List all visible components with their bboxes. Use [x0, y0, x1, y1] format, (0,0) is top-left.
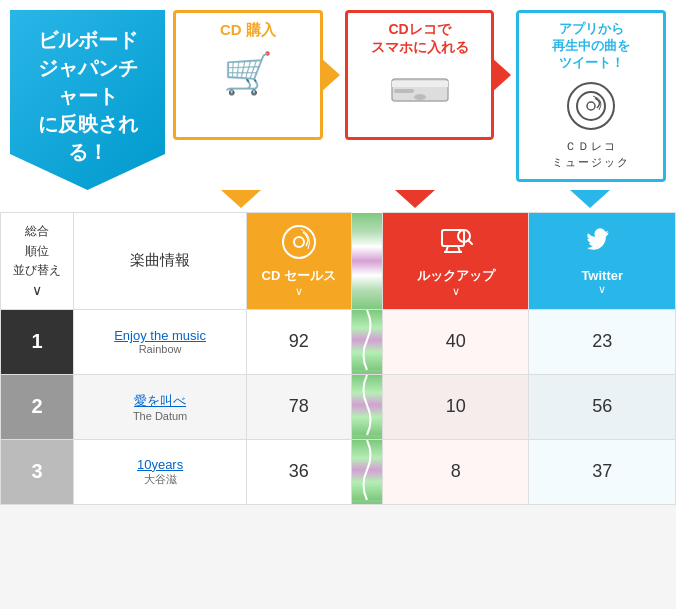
wavy-sep-1 — [352, 310, 382, 370]
lookup-1: 40 — [382, 309, 529, 374]
lookup-3: 8 — [382, 439, 529, 504]
arrow-down-2 — [395, 190, 435, 208]
song-artist-1: Rainbow — [82, 343, 238, 355]
sep-3 — [351, 439, 382, 504]
svg-point-5 — [587, 102, 595, 110]
th-song-label: 楽曲情報 — [130, 251, 190, 268]
step-1-box: CD 購入 🛒 — [173, 10, 323, 140]
table-body: 1 Enjoy the music Rainbow 92 — [1, 309, 676, 504]
svg-rect-3 — [394, 89, 414, 93]
th-lookup-chevron: ∨ — [387, 285, 525, 298]
lookup-2: 10 — [382, 374, 529, 439]
rank-1: 1 — [1, 309, 74, 374]
th-lookup-label: ルックアップ — [387, 267, 525, 285]
lookup-icon — [387, 224, 525, 267]
wavy-sep-3 — [352, 440, 382, 500]
cdplayer-icon — [390, 69, 450, 109]
cd-sales-2: 78 — [246, 374, 351, 439]
song-title-1[interactable]: Enjoy the music — [82, 328, 238, 343]
step-3-box: アプリから再生中の曲をツイート！ ＣＤレコミュージック — [516, 10, 666, 182]
song-info-1: Enjoy the music Rainbow — [74, 309, 247, 374]
arrow-3 — [514, 190, 666, 208]
table-row: 3 10years 大谷滋 36 8 37 — [1, 439, 676, 504]
arrow-1 — [165, 190, 317, 208]
arrows-row — [0, 190, 676, 212]
th-cd-sales-chevron: ∨ — [251, 285, 347, 298]
twitter-1: 23 — [529, 309, 676, 374]
svg-point-6 — [283, 226, 315, 258]
top-banner: ビルボードジャパンチャートに反映される！ CD 購入 🛒 CDレコでスマホに入れ… — [0, 0, 676, 190]
step-2-title: CDレコでスマホに入れる — [371, 21, 469, 57]
song-info-3: 10years 大谷滋 — [74, 439, 247, 504]
step-2-arrow — [491, 57, 511, 93]
svg-point-2 — [414, 94, 426, 100]
song-info-2: 愛を叫べ The Datum — [74, 374, 247, 439]
rankings-table-wrapper: 総合順位並び替え ∨ 楽曲情報 — [0, 212, 676, 505]
arrow-2 — [339, 190, 491, 208]
step-2-box: CDレコでスマホに入れる — [345, 10, 495, 140]
rank-2: 2 — [1, 374, 74, 439]
cdrecomusic-icon — [567, 82, 615, 130]
th-cd-sales-label: CD セールス — [251, 267, 347, 285]
rankings-table: 総合順位並び替え ∨ 楽曲情報 — [0, 212, 676, 505]
th-separator — [351, 213, 382, 310]
table-header-row: 総合順位並び替え ∨ 楽曲情報 — [1, 213, 676, 310]
song-artist-2: The Datum — [82, 410, 238, 422]
arrow-down-1 — [221, 190, 261, 208]
cd-sales-3: 36 — [246, 439, 351, 504]
sep-1 — [351, 309, 382, 374]
step-1-arrow — [320, 57, 340, 93]
rank-3: 3 — [1, 439, 74, 504]
steps-container: CD 購入 🛒 CDレコでスマホに入れる アプリから再生中の曲をツイート！ — [173, 10, 666, 182]
arrows-steps — [165, 190, 666, 208]
step-1-title: CD 購入 — [220, 21, 276, 40]
step-1-icon: 🛒 — [223, 50, 273, 97]
billboard-label: ビルボードジャパンチャートに反映される！ — [10, 10, 165, 190]
twitter-2: 56 — [529, 374, 676, 439]
cdrecomusic-label: ＣＤレコミュージック — [552, 138, 630, 171]
table-row: 2 愛を叫べ The Datum 78 10 56 — [1, 374, 676, 439]
th-cd-sales[interactable]: CD セールス ∨ — [246, 213, 351, 310]
th-twitter-label: Twitter — [533, 268, 671, 283]
cd-sales-1: 92 — [246, 309, 351, 374]
svg-rect-8 — [442, 230, 464, 246]
th-lookup[interactable]: ルックアップ ∨ — [382, 213, 529, 310]
twitter-icon — [533, 225, 671, 268]
sep-2 — [351, 374, 382, 439]
arrow-down-3 — [570, 190, 610, 208]
song-title-3[interactable]: 10years — [82, 457, 238, 472]
svg-line-13 — [468, 240, 472, 244]
wavy-sep-2 — [352, 375, 382, 435]
step-3-title: アプリから再生中の曲をツイート！ — [552, 21, 630, 72]
table-row: 1 Enjoy the music Rainbow 92 — [1, 309, 676, 374]
th-rank[interactable]: 総合順位並び替え ∨ — [1, 213, 74, 310]
cd-sales-icon — [251, 224, 347, 267]
svg-point-7 — [294, 237, 304, 247]
th-twitter-chevron: ∨ — [533, 283, 671, 296]
svg-rect-1 — [392, 81, 448, 87]
twitter-3: 37 — [529, 439, 676, 504]
song-title-2[interactable]: 愛を叫べ — [82, 392, 238, 410]
th-twitter[interactable]: Twitter ∨ — [529, 213, 676, 310]
th-song: 楽曲情報 — [74, 213, 247, 310]
song-artist-3: 大谷滋 — [82, 472, 238, 487]
arrow-spacer — [10, 190, 165, 208]
